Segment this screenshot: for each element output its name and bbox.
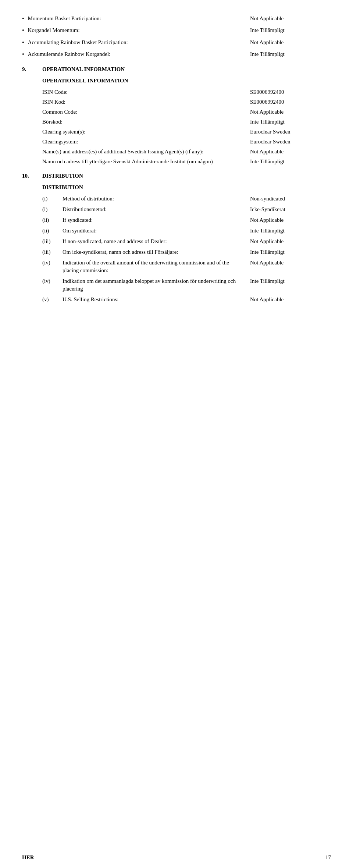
bullet-status-2: Inte Tillämpligt	[250, 26, 331, 34]
info-label-names-addresses-sv: Namn och adress till ytterligare Svenskt…	[42, 158, 250, 166]
sub-index-10-iv-sv: (iv)	[42, 277, 63, 285]
section10-heading: 10. DISTRIBUTION	[22, 172, 331, 180]
bullet-col-4: • Ackumulerande Rainbow Korgandel:	[22, 50, 250, 58]
bullet-label-4: Ackumulerande Rainbow Korgandel:	[28, 51, 111, 57]
section9-title-sv-wrapper: OPERATIONELL INFORMATION	[22, 77, 331, 85]
info-row-clearing-en: Clearing system(s): Euroclear Sweden	[42, 128, 331, 136]
bullet-col-3: • Accumulating Rainbow Basket Participat…	[22, 39, 250, 47]
info-value-borskod: Inte Tillämpligt	[250, 118, 331, 126]
sub-label-10-v-en: U.S. Selling Restrictions:	[63, 296, 250, 303]
sub-label-10-iv-en: Indication of the overall amount of the …	[63, 259, 250, 274]
info-label-clearingsystem: Clearingsystem:	[42, 138, 250, 146]
bullet-row-1: • Momentum Basket Participation: Not App…	[22, 15, 331, 23]
sub-row-10-i-en: (i) Method of distribution: Non-syndicat…	[42, 195, 331, 203]
bullet-col-1: • Momentum Basket Participation:	[22, 15, 250, 23]
section9-info-block: ISIN Code: SE0006992400 ISIN Kod: SE0006…	[22, 88, 331, 166]
info-value-isin-kod: SE0006992400	[250, 98, 331, 106]
section10-sub-block: (i) Method of distribution: Non-syndicat…	[22, 195, 331, 303]
info-label-borskod: Börskod:	[42, 118, 250, 126]
bullet-status-3: Not Applicable	[250, 39, 331, 46]
sub-label-10-i-sv: Distributionsmetod:	[63, 206, 250, 213]
page: • Momentum Basket Participation: Not App…	[0, 0, 353, 868]
bullet-icon-3: •	[22, 39, 24, 47]
sub-row-10-iii-sv: (iii) Om icke-syndikerat, namn och adres…	[42, 248, 331, 256]
sub-label-10-iii-en: If non-syndicated, name and address of D…	[63, 238, 250, 245]
footer-right: 17	[325, 854, 331, 861]
bullet-row-2: • Korgandel Momentum: Inte Tillämpligt	[22, 26, 331, 35]
sub-index-10-iii-en: (iii)	[42, 238, 63, 245]
bullet-label-2: Korgandel Momentum:	[28, 27, 80, 33]
info-row-names-addresses-en: Name(s) and address(es) of additional Sw…	[42, 148, 331, 156]
bullet-icon-4: •	[22, 50, 24, 58]
info-value-clearing-en: Euroclear Sweden	[250, 128, 331, 136]
sub-index-10-i-sv: (i)	[42, 206, 63, 213]
info-value-isin-code: SE0006992400	[250, 88, 331, 96]
sub-index-10-i-en: (i)	[42, 195, 63, 203]
sub-value-10-i-en: Non-syndicated	[250, 195, 331, 203]
info-value-names-addresses-en: Not Applicable	[250, 148, 331, 156]
section10-title-en: DISTRIBUTION	[42, 172, 83, 180]
sub-value-10-i-sv: Icke-Syndikerat	[250, 206, 331, 213]
info-row-common-code: Common Code: Not Applicable	[42, 108, 331, 116]
sub-label-10-iii-sv: Om icke-syndikerat, namn och adress till…	[63, 248, 250, 256]
sub-index-10-iv-en: (iv)	[42, 259, 63, 267]
sub-index-10-iii-sv: (iii)	[42, 248, 63, 256]
info-row-borskod: Börskod: Inte Tillämpligt	[42, 118, 331, 126]
sub-index-10-ii-sv: (ii)	[42, 227, 63, 235]
sub-index-10-v-en: (v)	[42, 296, 63, 303]
bullet-text-3: Accumulating Rainbow Basket Participatio…	[28, 39, 243, 46]
sub-label-10-i-en: Method of distribution:	[63, 195, 250, 203]
sub-row-10-ii-sv: (ii) Om syndikerat: Inte Tillämpligt	[42, 227, 331, 235]
bullet-row-3: • Accumulating Rainbow Basket Participat…	[22, 39, 331, 47]
sub-value-10-iii-en: Not Applicable	[250, 238, 331, 245]
sub-row-10-ii-en: (ii) If syndicated: Not Applicable	[42, 216, 331, 224]
info-label-isin-code: ISIN Code:	[42, 88, 250, 96]
info-label-common-code: Common Code:	[42, 108, 250, 116]
sub-value-10-v-en: Not Applicable	[250, 296, 331, 303]
info-label-clearing-en: Clearing system(s):	[42, 128, 250, 136]
info-value-common-code: Not Applicable	[250, 108, 331, 116]
sub-row-10-iv-en: (iv) Indication of the overall amount of…	[42, 259, 331, 274]
sub-row-10-iii-en: (iii) If non-syndicated, name and addres…	[42, 238, 331, 245]
sub-row-10-i-sv: (i) Distributionsmetod: Icke-Syndikerat	[42, 206, 331, 213]
info-row-isin-code: ISIN Code: SE0006992400	[42, 88, 331, 96]
sub-value-10-iii-sv: Inte Tillämpligt	[250, 248, 331, 256]
bullet-status-4: Inte Tillämpligt	[250, 50, 331, 58]
bullet-text-4: Ackumulerande Rainbow Korgandel:	[28, 50, 243, 58]
sub-value-10-ii-sv: Inte Tillämpligt	[250, 227, 331, 235]
bullet-status-1: Not Applicable	[250, 15, 331, 22]
section10-number: 10.	[22, 172, 42, 180]
info-label-names-addresses-en: Name(s) and address(es) of additional Sw…	[42, 148, 250, 156]
sub-index-10-ii-en: (ii)	[42, 216, 63, 224]
section9-title-en: OPERATIONAL INFORMATION	[42, 65, 125, 73]
section9-number: 9.	[22, 65, 42, 73]
bullet-section: • Momentum Basket Participation: Not App…	[22, 15, 331, 59]
sub-value-10-iv-sv: Inte Tillämpligt	[250, 277, 331, 285]
info-row-clearingsystem: Clearingsystem: Euroclear Sweden	[42, 138, 331, 146]
sub-row-10-iv-sv: (iv) Indikation om det sammanlagda belop…	[42, 277, 331, 293]
section9-title-sv: OPERATIONELL INFORMATION	[42, 77, 331, 85]
bullet-icon-1: •	[22, 15, 24, 23]
bullet-text-1: Momentum Basket Participation:	[28, 15, 243, 22]
section10-title-sv: DISTRIBUTION	[42, 184, 331, 191]
sub-row-10-v-en: (v) U.S. Selling Restrictions: Not Appli…	[42, 296, 331, 303]
info-row-names-addresses-sv: Namn och adress till ytterligare Svenskt…	[42, 158, 331, 166]
bullet-label-3: Accumulating Rainbow Basket Participatio…	[28, 39, 128, 45]
bullet-col-2: • Korgandel Momentum:	[22, 26, 250, 35]
info-value-names-addresses-sv: Inte Tillämpligt	[250, 158, 331, 166]
info-label-isin-kod: ISIN Kod:	[42, 98, 250, 106]
bullet-icon-2: •	[22, 26, 24, 35]
bullet-text-2: Korgandel Momentum:	[28, 26, 243, 34]
section10-title-sv-wrapper: DISTRIBUTION	[22, 184, 331, 191]
info-row-isin-kod: ISIN Kod: SE0006992400	[42, 98, 331, 106]
section9-heading: 9. OPERATIONAL INFORMATION	[22, 65, 331, 73]
sub-label-10-ii-sv: Om syndikerat:	[63, 227, 250, 235]
sub-label-10-iv-sv: Indikation om det sammanlagda beloppet a…	[63, 277, 250, 293]
sub-value-10-ii-en: Not Applicable	[250, 216, 331, 224]
bullet-row-4: • Ackumulerande Rainbow Korgandel: Inte …	[22, 50, 331, 58]
info-value-clearingsystem: Euroclear Sweden	[250, 138, 331, 146]
sub-value-10-iv-en: Not Applicable	[250, 259, 331, 267]
sub-label-10-ii-en: If syndicated:	[63, 216, 250, 224]
footer-left: HER	[22, 854, 34, 861]
bullet-label-1: Momentum Basket Participation:	[28, 15, 101, 21]
